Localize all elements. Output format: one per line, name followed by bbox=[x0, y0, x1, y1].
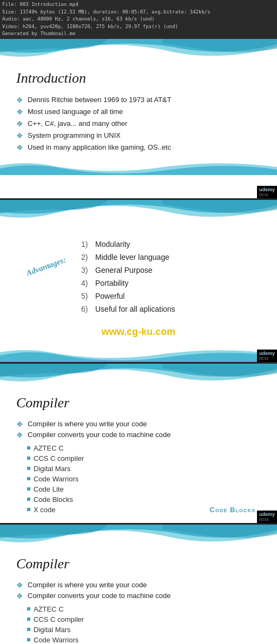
diamond-icon-2: ❖ bbox=[16, 108, 23, 116]
comp-sub-5: Code Lite bbox=[16, 484, 261, 494]
slide-3: Compiler ❖ Compiler is where you write y… bbox=[0, 364, 277, 525]
comp-sub-4-1: AZTEC C bbox=[16, 604, 261, 614]
compiler-bullet-2: ❖ Compiler converts your code to machine… bbox=[16, 430, 261, 440]
adv-item-3: 3) General Purpose bbox=[81, 264, 175, 277]
udemy-text-2: udemy bbox=[259, 351, 275, 356]
diamond-icon-5: ❖ bbox=[16, 143, 23, 152]
bullet-text-4: System programming in UNIX bbox=[28, 131, 121, 139]
adv-item-4: 4) Portability bbox=[81, 277, 175, 290]
comp-sub-2: CCS C compiler bbox=[16, 453, 261, 464]
bullet-item-1: ❖ Dennis Ritchie between 1969 to 1973 at… bbox=[16, 94, 261, 106]
udemy-badge-2: udemy 00:02 bbox=[257, 350, 277, 362]
sq-bullet-7 bbox=[27, 508, 30, 511]
comp-sub-7: X code Code Blocks bbox=[16, 505, 261, 515]
file-info-bar: File: 003 Introduction.mp4 Size: 13749% … bbox=[0, 0, 277, 39]
slide-1-wrapper: Introduction ❖ Dennis Ritchie between 19… bbox=[0, 39, 277, 200]
adv-item-2: 2) Middle lever language bbox=[81, 251, 175, 264]
comp-sub-text-6: Code Blocks bbox=[34, 495, 73, 504]
comp-bullet-text-2: Compiler converts your code to machine c… bbox=[28, 431, 170, 439]
udemy-badge-1: udemy 00:01 bbox=[257, 186, 277, 198]
comp-bullet-4-text-1: Compiler is where you write your code bbox=[28, 581, 147, 589]
comp-diamond-2: ❖ bbox=[16, 431, 23, 439]
comp-diamond-4-1: ❖ bbox=[16, 581, 23, 589]
comp-sub-4-text-1: AZTEC C bbox=[34, 605, 64, 613]
comp-sub-text-4: Code Warriors bbox=[34, 475, 78, 483]
slide-3-content: Compiler ❖ Compiler is where you write y… bbox=[0, 391, 277, 522]
slide-num-3: 00:03 bbox=[259, 518, 269, 521]
bullet-item-3: ❖ C++, C#, java... and many other bbox=[16, 118, 261, 130]
website-middle: cg-ku bbox=[127, 326, 153, 337]
website-text: www.cg-ku.com bbox=[0, 321, 277, 346]
comp-bullet-4-text-2: Compiler converts your code to machine c… bbox=[28, 592, 170, 600]
slide-2-content: Advantages: 1) Modularity 2) Middle leve… bbox=[0, 227, 277, 321]
adv-text-3: General Purpose bbox=[95, 266, 153, 274]
comp-sub-6: Code Blocks bbox=[16, 494, 261, 505]
comp-sub-4-3: Digital Mars bbox=[16, 625, 261, 635]
comp-sub-4-text-4: Code Warriors bbox=[34, 636, 78, 644]
udemy-text-3: udemy bbox=[259, 512, 275, 517]
adv-item-1: 1) Modularity bbox=[81, 238, 175, 251]
comp-sub-text-1: AZTEC C bbox=[34, 444, 64, 452]
diamond-icon-3: ❖ bbox=[16, 119, 23, 128]
wave-bottom-2 bbox=[0, 346, 277, 362]
adv-item-5: 5) Powerful bbox=[81, 290, 175, 303]
slide-3-wrapper: Compiler ❖ Compiler is where you write y… bbox=[0, 364, 277, 525]
comp-sub-4-4: Code Warriors bbox=[16, 635, 261, 645]
comp-sub-3: Digital Mars bbox=[16, 464, 261, 474]
file-info-line5: Generated by Thumbnail.me bbox=[2, 30, 275, 38]
bullet-text-3: C++, C#, java... and many other bbox=[28, 119, 127, 128]
sq-bullet-3 bbox=[27, 467, 30, 470]
slide-1-title: Introduction bbox=[16, 70, 261, 86]
comp-sub-text-5: Code Lite bbox=[34, 485, 64, 493]
slide-2: Advantages: 1) Modularity 2) Middle leve… bbox=[0, 200, 277, 364]
sq-bullet-4-4 bbox=[27, 638, 30, 641]
file-info-line2: Size: 13749% bytes (12.52 MB), duration:… bbox=[2, 9, 275, 16]
bullet-text-5: Used in many application like gaming, OS… bbox=[28, 143, 171, 151]
adv-text-2: Middle lever language bbox=[95, 253, 169, 261]
bullet-item-5: ❖ Used in many application like gaming, … bbox=[16, 142, 261, 153]
sq-bullet-5 bbox=[27, 487, 30, 491]
slide-3-title: Compiler bbox=[16, 395, 261, 411]
adv-num-6: 6) bbox=[81, 305, 91, 313]
bullet-item-2: ❖ Most used language of all time bbox=[16, 106, 261, 118]
adv-text-6: Useful for all aplications bbox=[95, 305, 175, 313]
comp-sub-text-3: Digital Mars bbox=[34, 465, 71, 473]
adv-num-1: 1) bbox=[81, 240, 91, 249]
sq-bullet-4 bbox=[27, 477, 30, 480]
comp-sub-4-text-3: Digital Mars bbox=[34, 626, 71, 634]
compiler-sub-list-3: AZTEC C CCS C compiler Digital Mars Code… bbox=[16, 443, 261, 515]
slide-4-content: Compiler ❖ Compiler is where you write y… bbox=[0, 552, 277, 645]
bullet-item-4: ❖ System programming in UNIX bbox=[16, 130, 261, 142]
slide-4-wrapper: Compiler ❖ Compiler is where you write y… bbox=[0, 525, 277, 645]
sq-bullet-4-3 bbox=[27, 628, 30, 631]
compiler-sub-list-4: AZTEC C CCS C compiler Digital Mars Code… bbox=[16, 604, 261, 645]
wave-top-3 bbox=[0, 364, 277, 391]
file-info-line1: File: 003 Introduction.mp4 bbox=[2, 1, 275, 9]
udemy-badge-3: udemy 00:03 bbox=[257, 511, 277, 523]
bullet-text-2: Most used language of all time bbox=[28, 108, 123, 116]
compiler-bullet-list-3: ❖ Compiler is where you write your code … bbox=[16, 419, 261, 440]
bullet-text-1: Dennis Ritchie between 1969 to 1973 at A… bbox=[28, 96, 172, 104]
compiler-bullet-list-4: ❖ Compiler is where you write your code … bbox=[16, 580, 261, 601]
comp-diamond-4-2: ❖ bbox=[16, 592, 23, 600]
comp-sub-1: AZTEC C bbox=[16, 443, 261, 453]
comp-sub-text-2: CCS C compiler bbox=[34, 454, 84, 462]
comp-sub-4: Code Warriors bbox=[16, 474, 261, 484]
compiler-bullet-4-1: ❖ Compiler is where you write your code bbox=[16, 580, 261, 591]
slide-1-bullet-list: ❖ Dennis Ritchie between 1969 to 1973 at… bbox=[16, 94, 261, 153]
advantages-list: 1) Modularity 2) Middle lever language 3… bbox=[76, 238, 175, 316]
slide-1-content: Introduction ❖ Dennis Ritchie between 19… bbox=[0, 66, 277, 159]
diamond-icon-1: ❖ bbox=[16, 96, 23, 104]
adv-num-5: 5) bbox=[81, 292, 91, 300]
adv-num-2: 2) bbox=[81, 253, 91, 261]
file-info-line3: Audio: aac, 48000 Hz, 2 channels, s16, 6… bbox=[2, 16, 275, 23]
slide-4-title: Compiler bbox=[16, 556, 261, 572]
sq-bullet-2 bbox=[27, 457, 30, 460]
adv-item-6: 6) Useful for all aplications bbox=[81, 303, 175, 316]
sq-bullet-6 bbox=[27, 498, 30, 501]
adv-num-3: 3) bbox=[81, 266, 91, 274]
wave-top-2 bbox=[0, 200, 277, 227]
adv-text-5: Powerful bbox=[95, 292, 124, 300]
slide-num-2: 00:02 bbox=[259, 357, 269, 360]
sq-bullet-4-1 bbox=[27, 607, 30, 611]
